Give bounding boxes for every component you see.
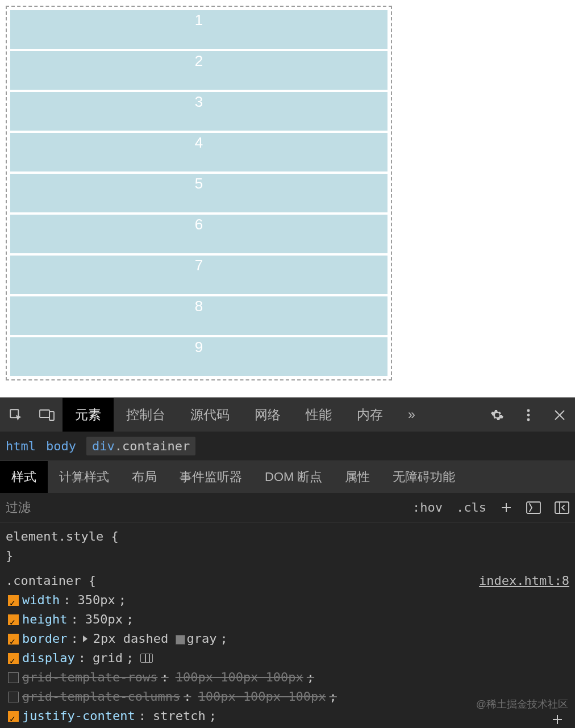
expand-shorthand-icon[interactable] <box>83 635 88 642</box>
css-value[interactable]: stretch <box>153 706 206 726</box>
css-property[interactable]: grid-template-rows <box>22 668 157 687</box>
tab-sources[interactable]: 源代码 <box>178 398 242 432</box>
css-value[interactable]: grid <box>93 648 123 668</box>
breadcrumb: html body div.container <box>0 432 575 461</box>
css-declaration[interactable]: border:2px dashed gray; <box>6 629 569 648</box>
property-toggle-checkbox[interactable] <box>8 634 19 645</box>
semicolon: ; <box>119 591 126 610</box>
colon: : <box>139 706 146 726</box>
grid-item: 6 <box>10 215 388 253</box>
subtab-properties[interactable]: 属性 <box>334 461 381 493</box>
styles-filter-bar: 过滤 :hov .cls <box>0 493 575 522</box>
grid-item: 8 <box>10 296 388 335</box>
colon: : <box>63 591 70 610</box>
kebab-menu-icon[interactable] <box>512 409 544 421</box>
semicolon: ; <box>220 629 227 648</box>
brace-open: { <box>89 574 96 588</box>
css-property[interactable]: border <box>22 629 67 648</box>
inspect-element-icon[interactable] <box>0 398 31 432</box>
source-link[interactable]: index.html:8 <box>479 571 569 591</box>
grid-item: 5 <box>10 174 388 212</box>
css-property[interactable]: display <box>22 648 75 668</box>
grid-item: 2 <box>10 51 388 90</box>
property-toggle-checkbox[interactable] <box>8 692 19 702</box>
selector: element.style <box>6 529 103 543</box>
subtab-accessibility[interactable]: 无障碍功能 <box>381 461 466 493</box>
breadcrumb-current[interactable]: div.container <box>86 437 195 455</box>
color-swatch[interactable] <box>176 635 185 645</box>
property-toggle-checkbox[interactable] <box>8 653 19 664</box>
property-toggle-checkbox[interactable] <box>8 672 19 683</box>
subtab-dom-breakpoints[interactable]: DOM 断点 <box>253 461 334 493</box>
subtab-layout[interactable]: 布局 <box>120 461 168 493</box>
colon: : <box>161 668 168 687</box>
colon: : <box>70 610 78 629</box>
subtab-styles[interactable]: 样式 <box>0 461 48 493</box>
grid-item: 9 <box>10 337 388 376</box>
add-declaration-icon[interactable] <box>551 713 564 726</box>
tab-console[interactable]: 控制台 <box>114 398 178 432</box>
brace-open: { <box>111 529 118 543</box>
svg-point-3 <box>527 409 530 412</box>
hov-toggle[interactable]: :hov <box>413 500 443 514</box>
css-property[interactable]: height <box>22 610 67 629</box>
property-toggle-checkbox[interactable] <box>8 614 19 625</box>
tab-overflow[interactable]: » <box>395 398 428 432</box>
grid-item: 4 <box>10 133 388 171</box>
tab-memory[interactable]: 内存 <box>344 398 395 432</box>
selector[interactable]: .container <box>6 574 81 588</box>
devtools-main-tabs: 元素 控制台 源代码 网络 性能 内存 » <box>63 398 428 432</box>
cls-toggle[interactable]: .cls <box>456 500 486 514</box>
new-style-rule-icon[interactable] <box>500 501 512 514</box>
page-preview: 1 2 3 4 5 6 7 8 9 <box>0 0 575 398</box>
breadcrumb-html[interactable]: html <box>6 439 36 453</box>
device-toggle-icon[interactable] <box>31 398 63 432</box>
css-value[interactable]: 350px <box>77 591 115 610</box>
watermark: @稀土掘金技术社区 <box>476 697 568 711</box>
property-toggle-checkbox[interactable] <box>8 595 19 606</box>
devtools-toolbar: 元素 控制台 源代码 网络 性能 内存 » <box>0 398 575 432</box>
svg-rect-10 <box>527 502 540 513</box>
grid-item: 7 <box>10 256 388 294</box>
grid-overlay-icon[interactable] <box>140 654 153 663</box>
css-value[interactable]: 2px dashed gray <box>93 629 217 648</box>
element-style-rule[interactable]: element.style { } <box>6 527 569 566</box>
svg-rect-2 <box>49 412 54 420</box>
breadcrumb-body[interactable]: body <box>46 439 76 453</box>
css-value[interactable]: 100px 100px 100px <box>198 687 326 706</box>
semicolon: ; <box>126 610 134 629</box>
css-declaration[interactable]: grid-template-rows: 100px 100px 100px; <box>6 668 569 687</box>
tab-network[interactable]: 网络 <box>242 398 293 432</box>
colon: : <box>184 687 191 706</box>
filter-input[interactable]: 过滤 <box>6 499 413 516</box>
css-declaration[interactable]: width: 350px; <box>6 591 569 610</box>
styles-subtabs: 样式 计算样式 布局 事件监听器 DOM 断点 属性 无障碍功能 <box>0 461 575 493</box>
semicolon: ; <box>307 668 314 687</box>
css-declaration[interactable]: height: 350px; <box>6 610 569 629</box>
grid-container: 1 2 3 4 5 6 7 8 9 <box>6 6 392 380</box>
property-toggle-checkbox[interactable] <box>8 711 19 722</box>
subtab-computed[interactable]: 计算样式 <box>48 461 120 493</box>
svg-rect-1 <box>40 410 49 417</box>
css-value[interactable]: 100px 100px 100px <box>176 668 303 687</box>
computed-styles-icon[interactable] <box>526 501 541 514</box>
colon: : <box>70 629 78 648</box>
grid-item: 1 <box>10 10 388 49</box>
tab-elements[interactable]: 元素 <box>63 398 114 432</box>
css-property[interactable]: width <box>22 591 60 610</box>
css-property[interactable]: justify-content <box>22 706 135 726</box>
semicolon: ; <box>209 706 216 726</box>
css-value[interactable]: 350px <box>85 610 123 629</box>
css-property[interactable]: grid-template-columns <box>22 687 180 706</box>
brace-close: } <box>6 549 13 563</box>
semicolon: ; <box>330 687 337 706</box>
close-icon[interactable] <box>544 409 575 421</box>
tab-performance[interactable]: 性能 <box>293 398 344 432</box>
settings-icon[interactable] <box>481 408 512 422</box>
svg-point-5 <box>527 418 530 421</box>
sidebar-toggle-icon[interactable] <box>555 501 569 514</box>
semicolon: ; <box>126 648 134 668</box>
subtab-event-listeners[interactable]: 事件监听器 <box>168 461 253 493</box>
devtools-panel: 元素 控制台 源代码 网络 性能 内存 » <box>0 398 575 728</box>
css-declaration[interactable]: display: grid; <box>6 648 569 668</box>
